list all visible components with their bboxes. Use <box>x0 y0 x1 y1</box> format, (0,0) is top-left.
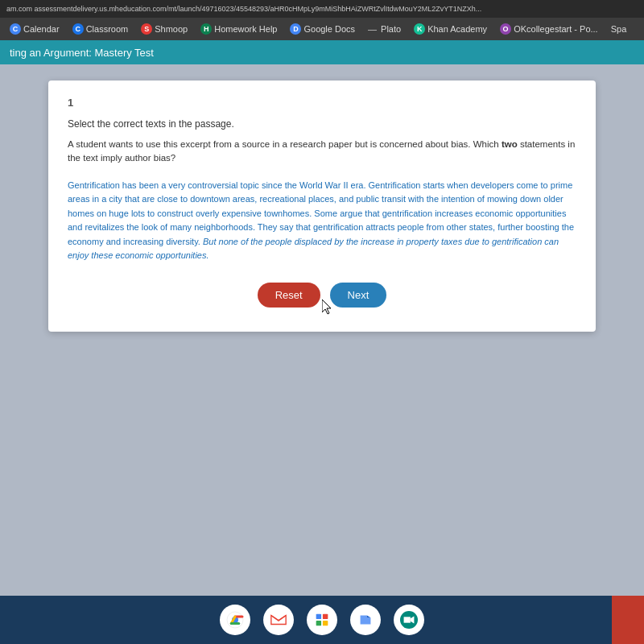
okcollegestart-icon: O <box>500 23 511 35</box>
taskbar-gmail-icon[interactable] <box>263 605 294 635</box>
taskbar-meet-icon[interactable] <box>394 605 424 635</box>
svg-rect-4 <box>316 614 321 619</box>
url-bar[interactable]: am.com assessmentdelivery.us.mheducation… <box>0 0 644 18</box>
khan-icon: K <box>414 23 425 35</box>
calendar-icon: C <box>10 23 21 35</box>
svg-rect-5 <box>323 614 328 619</box>
bookmark-classroom[interactable]: C Classroom <box>68 22 134 36</box>
bookmark-plato[interactable]: — Plato <box>363 23 406 35</box>
taskbar-files-icon[interactable] <box>350 605 381 635</box>
bookmark-spa-label: Spa <box>611 24 627 34</box>
passage-sentence1[interactable]: Gentrification has been a very controver… <box>68 180 366 190</box>
taskbar-corner <box>612 596 644 644</box>
page-title-bar: ting an Argument: Mastery Test <box>0 40 644 64</box>
question-number: 1 <box>68 97 576 109</box>
taskbar-photos-icon[interactable] <box>307 605 337 635</box>
bookmark-plato-label: Plato <box>381 24 401 34</box>
bookmark-shmoop[interactable]: S Shmoop <box>136 22 192 36</box>
page-title: ting an Argument: Mastery Test <box>10 47 154 59</box>
docs-icon: D <box>290 23 301 35</box>
bookmark-classroom-label: Classroom <box>86 24 129 34</box>
url-text: am.com assessmentdelivery.us.mheducation… <box>6 5 481 13</box>
svg-rect-7 <box>323 621 328 625</box>
shmoop-icon: S <box>141 23 152 35</box>
bookmark-shmoop-label: Shmoop <box>155 24 188 34</box>
browser-chrome: am.com assessmentdelivery.us.mheducation… <box>0 0 644 40</box>
taskbar <box>0 596 644 644</box>
reset-button[interactable]: Reset <box>258 283 320 308</box>
svg-rect-3 <box>313 611 331 629</box>
classroom-icon: C <box>72 23 84 35</box>
bookmark-calendar[interactable]: C Calendar <box>5 22 64 36</box>
bookmark-spa[interactable]: Spa <box>606 23 632 35</box>
bookmark-okcollegestart-label: OKcollegestart - Po... <box>514 24 598 34</box>
next-button[interactable]: Next <box>330 283 387 308</box>
passage: Gentrification has been a very controver… <box>68 179 576 264</box>
bookmarks-bar: C Calendar C Classroom S Shmoop H Homewo… <box>0 18 644 40</box>
bookmark-homework[interactable]: H Homework Help <box>196 22 282 36</box>
main-content: 1 Select the correct texts in the passag… <box>0 64 644 596</box>
bookmark-khan-label: Khan Academy <box>427 24 487 34</box>
bookmark-docs-label: Google Docs <box>303 24 355 34</box>
taskbar-chrome-icon[interactable] <box>220 605 250 635</box>
bookmark-homework-label: Homework Help <box>214 24 277 34</box>
svg-rect-6 <box>316 621 321 625</box>
button-row: Reset Next <box>68 283 576 308</box>
question-prompt: A student wants to use this excerpt from… <box>68 138 576 166</box>
bookmark-calendar-label: Calendar <box>23 24 60 34</box>
bookmark-khan[interactable]: K Khan Academy <box>409 22 492 36</box>
svg-rect-2 <box>270 611 287 629</box>
homework-icon: H <box>200 23 212 35</box>
question-instruction: Select the correct texts in the passage. <box>68 118 576 130</box>
question-card: 1 Select the correct texts in the passag… <box>48 80 596 332</box>
bookmark-okcollegestart[interactable]: O OKcollegestart - Po... <box>495 22 603 36</box>
bookmark-docs[interactable]: D Google Docs <box>285 22 360 36</box>
